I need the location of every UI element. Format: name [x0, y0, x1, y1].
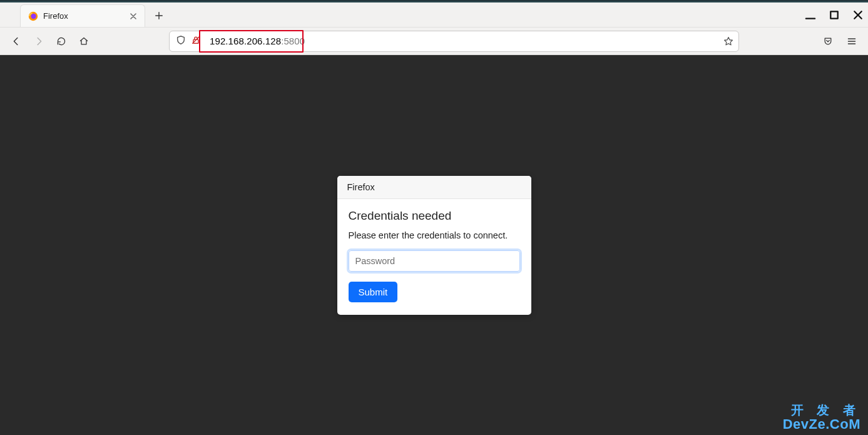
- reload-button[interactable]: [51, 31, 71, 51]
- insecure-lock-icon[interactable]: [191, 35, 201, 48]
- dialog-header: Firefox: [337, 176, 531, 199]
- save-to-pocket-button[interactable]: [818, 31, 838, 51]
- tab-strip: Firefox: [0, 3, 868, 28]
- watermark: 开 发 者 DevZe.CoM: [783, 404, 860, 431]
- url-host: 192.168.206.128: [210, 36, 281, 46]
- back-button[interactable]: [6, 31, 26, 51]
- forward-button[interactable]: [29, 31, 49, 51]
- bookmark-star-button[interactable]: [718, 36, 738, 46]
- window-close-button[interactable]: [852, 9, 864, 21]
- shield-icon[interactable]: [176, 35, 186, 48]
- dialog-message: Please enter the credentials to connect.: [349, 230, 520, 240]
- page-viewport: Firefox Credentials needed Please enter …: [0, 55, 868, 435]
- browser-tab[interactable]: Firefox: [20, 4, 145, 27]
- app-menu-button[interactable]: [842, 31, 862, 51]
- url-port: :5800: [281, 36, 305, 46]
- navigation-toolbar: 192.168.206.128:5800: [0, 28, 868, 55]
- window-controls: [804, 3, 864, 28]
- watermark-line2: DevZe.CoM: [783, 417, 860, 431]
- dialog-title: Credentials needed: [349, 209, 520, 223]
- svg-point-1: [31, 13, 36, 18]
- submit-button[interactable]: Submit: [349, 282, 398, 302]
- address-bar[interactable]: 192.168.206.128:5800: [169, 31, 739, 52]
- watermark-line1: 开 发 者: [783, 404, 860, 417]
- password-input[interactable]: [349, 250, 520, 272]
- site-identity-area: [170, 35, 206, 48]
- credentials-dialog: Firefox Credentials needed Please enter …: [337, 176, 531, 315]
- tab-close-button[interactable]: [128, 11, 138, 21]
- svg-rect-2: [830, 11, 837, 18]
- tab-title: Firefox: [43, 11, 123, 21]
- firefox-favicon-icon: [28, 11, 38, 21]
- url-text[interactable]: 192.168.206.128:5800: [207, 36, 718, 46]
- window-minimize-button[interactable]: [804, 9, 817, 21]
- home-button[interactable]: [74, 31, 94, 51]
- new-tab-button[interactable]: [149, 6, 169, 26]
- window-maximize-button[interactable]: [828, 9, 840, 21]
